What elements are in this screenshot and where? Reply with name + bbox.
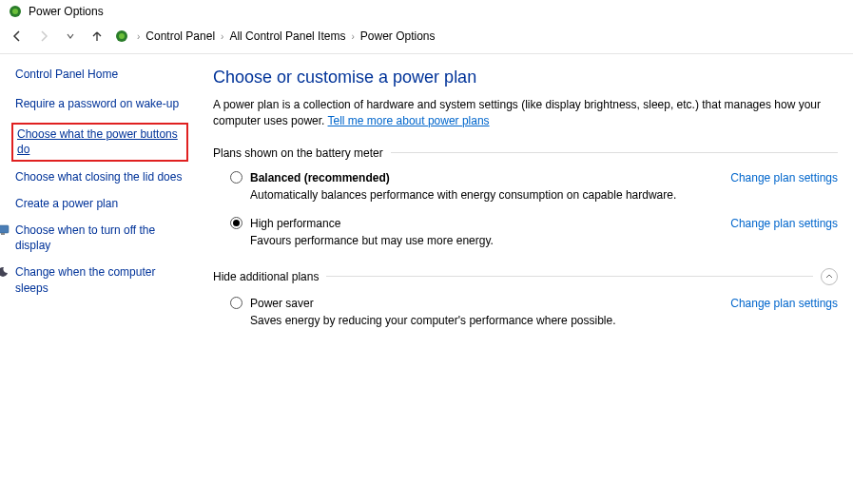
tell-me-more-link[interactable]: Tell me more about power plans xyxy=(328,114,490,127)
sidebar-link-password-wakeup[interactable]: Require a password on wake-up xyxy=(15,96,184,111)
breadcrumb-item[interactable]: Control Panel xyxy=(145,29,215,43)
svg-rect-4 xyxy=(0,225,9,233)
plan-description: Saves energy by reducing your computer's… xyxy=(250,314,838,327)
breadcrumb-item[interactable]: Power Options xyxy=(360,29,436,43)
navbar: › Control Panel › All Control Panel Item… xyxy=(0,23,853,54)
intro-text: A power plan is a collection of hardware… xyxy=(213,97,838,129)
window-title: Power Options xyxy=(29,5,104,18)
collapse-button[interactable] xyxy=(821,268,838,285)
plan-name[interactable]: Balanced (recommended) xyxy=(250,171,390,184)
plan-description: Favours performance but may use more ene… xyxy=(250,234,838,247)
page-heading: Choose or customise a power plan xyxy=(213,68,838,87)
forward-button[interactable] xyxy=(34,27,53,46)
plan-name[interactable]: Power saver xyxy=(250,297,314,310)
section-battery-meter: Plans shown on the battery meter xyxy=(213,146,838,160)
sidebar-link-turn-off-display[interactable]: Choose when to turn off the display xyxy=(15,223,184,253)
divider xyxy=(391,152,838,153)
section-additional: Hide additional plans xyxy=(213,268,838,285)
main-panel: Choose or customise a power plan A power… xyxy=(196,68,838,342)
divider xyxy=(326,276,813,277)
plan-high-performance: High performance Change plan settings Fa… xyxy=(230,217,838,247)
sidebar-link-computer-sleeps[interactable]: Change when the computer sleeps xyxy=(15,264,184,295)
display-icon xyxy=(0,223,10,237)
change-plan-settings-link[interactable]: Change plan settings xyxy=(730,217,838,230)
sidebar: Control Panel Home Require a password on… xyxy=(15,68,196,342)
sidebar-link-power-buttons[interactable]: Choose what the power buttons do xyxy=(11,123,188,161)
power-options-icon xyxy=(114,29,129,44)
radio-high-performance[interactable] xyxy=(230,217,242,229)
chevron-right-icon: › xyxy=(351,31,354,42)
sidebar-link-closing-lid[interactable]: Choose what closing the lid does xyxy=(15,169,184,184)
plan-power-saver: Power saver Change plan settings Saves e… xyxy=(230,297,838,327)
up-button[interactable] xyxy=(87,27,107,46)
intro-text-content: A power plan is a collection of hardware… xyxy=(213,98,821,127)
svg-rect-5 xyxy=(1,233,5,235)
section-label: Plans shown on the battery meter xyxy=(213,146,383,160)
recent-dropdown[interactable] xyxy=(61,27,80,46)
chevron-right-icon: › xyxy=(137,31,140,42)
svg-point-3 xyxy=(119,33,125,39)
control-panel-home-link[interactable]: Control Panel Home xyxy=(15,68,184,81)
breadcrumb: › Control Panel › All Control Panel Item… xyxy=(137,29,845,43)
titlebar: Power Options xyxy=(0,0,853,23)
plan-name[interactable]: High performance xyxy=(250,217,340,230)
section-label: Hide additional plans xyxy=(213,270,319,283)
radio-balanced[interactable] xyxy=(230,171,242,184)
svg-point-1 xyxy=(12,9,18,14)
radio-power-saver[interactable] xyxy=(230,297,242,309)
content-area: Control Panel Home Require a password on… xyxy=(0,54,853,358)
change-plan-settings-link[interactable]: Change plan settings xyxy=(730,171,838,184)
moon-icon xyxy=(0,265,10,279)
plan-balanced: Balanced (recommended) Change plan setti… xyxy=(230,171,838,202)
chevron-right-icon: › xyxy=(221,31,223,42)
power-options-icon xyxy=(8,4,23,19)
plan-description: Automatically balances performance with … xyxy=(250,188,838,202)
sidebar-link-create-plan[interactable]: Create a power plan xyxy=(15,196,184,211)
breadcrumb-item[interactable]: All Control Panel Items xyxy=(229,29,345,43)
change-plan-settings-link[interactable]: Change plan settings xyxy=(730,297,838,310)
back-button[interactable] xyxy=(8,27,27,46)
